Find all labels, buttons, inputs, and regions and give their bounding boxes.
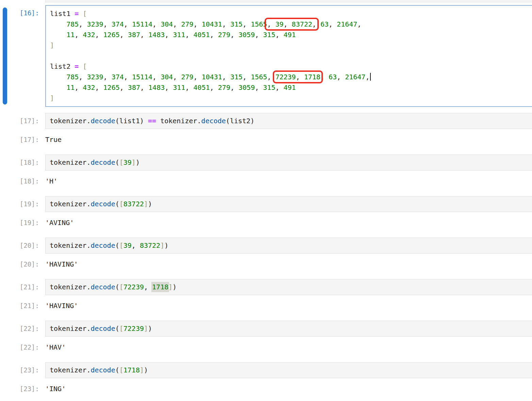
code-area[interactable]: tokenizer.decode([39]) [50,157,531,168]
code-editor[interactable]: list1 = [ 785, 3239, 374, 15114, 304, 27… [45,5,532,107]
code-token: , [194,73,202,81]
code-editor[interactable]: tokenizer.decode([83722]) [45,196,532,212]
code-area[interactable]: tokenizer.decode([39, 83722]) [50,240,531,251]
code-token: 63 [329,73,337,81]
code-token: 39 [275,20,283,28]
cell-output-row: [23]: 'ING' [0,384,532,394]
code-token: , [267,20,271,28]
code-token: 279 [181,20,193,28]
code-cell-18[interactable]: [18]: tokenizer.decode([39]) [18]: 'H' [0,155,532,187]
code-token: , [222,20,230,28]
code-token: 304 [161,20,173,28]
code-token [271,20,275,28]
code-token: , [140,31,148,39]
code-area[interactable]: tokenizer.decode([83722]) [50,199,531,209]
code-token: 304 [161,73,173,81]
code-token [300,73,304,81]
code-token: , [194,20,202,28]
code-token: decode [90,241,115,250]
code-editor[interactable]: tokenizer.decode(list1) == tokenizer.dec… [45,113,532,129]
code-cell-20[interactable]: [20]: tokenizer.decode([39, 83722]) [20]… [0,238,532,270]
cell-output-row: [17]: True [0,134,532,145]
cell-output-row: [21]: 'HAVING' [0,301,532,311]
code-token: , [79,73,87,81]
output-prompt: [18]: [0,176,45,187]
output-prompt: [17]: [0,134,45,145]
code-token: ] [140,366,144,374]
code-token: 4051 [194,31,210,39]
code-token: list1 [119,117,140,125]
code-line [50,51,531,61]
code-token: ( [115,366,119,374]
output-text: 'HAV' [45,342,66,353]
code-token: , [365,73,369,81]
code-token: , [243,73,251,81]
code-token: [ [119,241,123,250]
code-token: , [222,73,230,81]
code-token: 1565 [251,20,267,28]
output-prompt: [21]: [0,301,45,311]
code-cell-19[interactable]: [19]: tokenizer.decode([83722]) [19]: 'A… [0,196,532,228]
code-token: , [255,31,263,39]
previous-cell-editor-edge[interactable] [45,0,532,2]
code-token: 4051 [194,83,210,92]
code-area[interactable]: tokenizer.decode([72239, 1718]) [50,282,531,292]
code-line: 785, 3239, 374, 15114, 304, 279, 10431, … [50,72,531,82]
code-area[interactable]: tokenizer.decode([72239]) [50,323,531,334]
code-line: tokenizer.decode([39]) [50,157,531,168]
code-token: ( [115,200,119,208]
code-token: 72239 [275,73,296,81]
code-token [79,62,83,70]
cell-input-row: [17]: tokenizer.decode(list1) == tokeniz… [0,113,532,129]
code-editor[interactable]: tokenizer.decode([72239, 1718]) [45,279,532,295]
code-editor[interactable]: tokenizer.decode([39, 83722]) [45,238,532,254]
text-cursor [370,73,371,81]
code-token: list1 [50,10,70,18]
code-cell-23[interactable]: [23]: tokenizer.decode([1718]) [23]: 'IN… [0,362,532,394]
code-token: 315 [230,73,243,81]
code-area[interactable]: list1 = [ 785, 3239, 374, 15114, 304, 27… [50,9,531,103]
cell-gap [0,107,532,113]
code-token: 3239 [87,20,103,28]
code-token: list2 [230,117,250,125]
code-token: decode [90,200,115,208]
cell-collapser[interactable] [3,7,7,105]
code-editor[interactable]: tokenizer.decode([1718]) [45,362,532,378]
code-token: 83722 [140,241,160,250]
code-token: , [230,83,238,92]
code-token [288,20,292,28]
code-token: ) [148,200,152,208]
code-token: , [337,73,345,81]
code-cell-21[interactable]: [21]: tokenizer.decode([72239, 1718]) [2… [0,279,532,311]
input-prompt: [18]: [0,155,45,168]
code-token: ) [148,324,152,333]
cell-list: [16]: list1 = [ 785, 3239, 374, 15114, 3… [0,5,532,401]
code-token: ) [144,366,148,374]
code-token: ) [140,117,144,125]
code-token: decode [201,117,226,125]
code-token: 1483 [148,83,165,92]
code-area[interactable]: tokenizer.decode(list1) == tokenizer.dec… [50,116,531,126]
code-token: , [230,31,238,39]
code-token: tokenizer [50,117,86,125]
code-token: , [165,31,173,39]
code-cell-22[interactable]: [22]: tokenizer.decode([72239]) [22]: 'H… [0,321,532,353]
code-cell-17[interactable]: [17]: tokenizer.decode(list1) == tokeniz… [0,113,532,145]
output-text: True [45,134,62,145]
code-editor[interactable]: tokenizer.decode([39]) [45,155,532,171]
code-token: 491 [284,31,296,39]
code-area[interactable]: tokenizer.decode([1718]) [50,365,531,375]
code-token: 279 [181,73,193,81]
code-token: 491 [284,83,296,92]
code-token: 3239 [87,73,103,81]
code-cell-16[interactable]: [16]: list1 = [ 785, 3239, 374, 15114, 3… [0,5,532,107]
code-token: ) [250,117,254,125]
code-editor[interactable]: tokenizer.decode([72239]) [45,321,532,337]
code-line: list1 = [ [50,9,531,19]
code-token: 311 [173,31,185,39]
code-token [70,62,74,70]
code-token: , [152,20,161,28]
output-prompt: [20]: [0,259,45,270]
code-token: , [255,83,263,92]
code-token: , [120,83,128,92]
